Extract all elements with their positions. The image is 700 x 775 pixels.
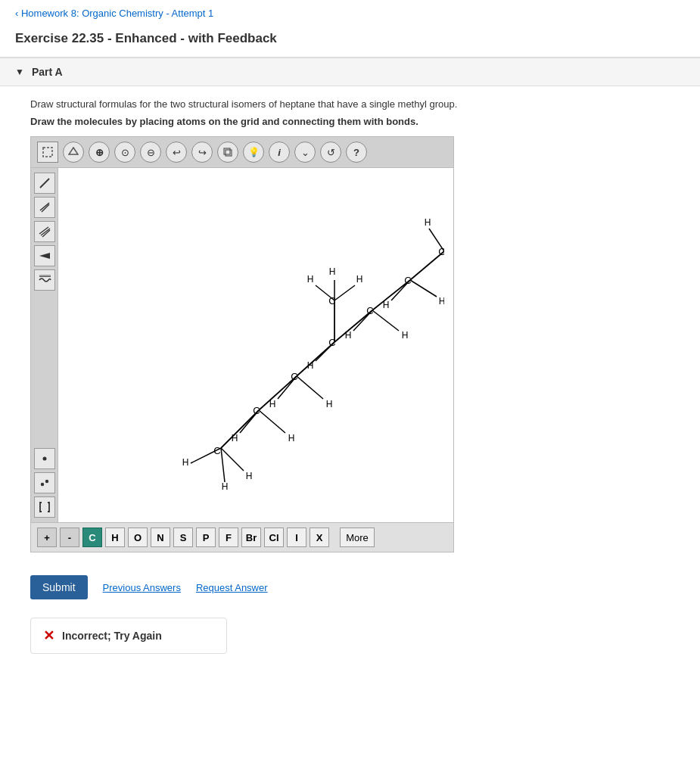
phosphorus-btn[interactable]: P xyxy=(196,528,216,547)
svg-point-14 xyxy=(40,483,43,486)
feedback-text: Incorrect; Try Again xyxy=(62,630,162,642)
part-arrow[interactable]: ▼ xyxy=(15,67,24,77)
carbon-btn[interactable]: C xyxy=(82,528,102,547)
template-btn[interactable]: 💡 xyxy=(243,142,264,163)
feedback-box: ✕ Incorrect; Try Again xyxy=(30,618,227,654)
svg-text:C: C xyxy=(213,445,220,456)
svg-text:H: H xyxy=(425,217,431,228)
copy-btn[interactable] xyxy=(217,142,238,163)
svg-text:H: H xyxy=(326,399,333,409)
content-area: Draw structural formulas for the two str… xyxy=(0,86,700,565)
bottom-toolbar: + - C H O N S P F Br Cl I X More xyxy=(31,522,453,552)
svg-point-13 xyxy=(42,457,46,461)
fluorine-btn[interactable]: F xyxy=(219,528,238,547)
plus-btn[interactable]: + xyxy=(37,528,57,547)
editor-body: C C C C C C C C H H H xyxy=(31,168,453,522)
svg-line-39 xyxy=(334,285,355,300)
exercise-title: Exercise 22.35 - Enhanced - with Feedbac… xyxy=(0,26,700,58)
hydrogen-btn[interactable]: H xyxy=(105,528,125,547)
chlorine-btn[interactable]: Cl xyxy=(264,528,284,547)
expand-btn[interactable]: ⌄ xyxy=(294,142,316,163)
svg-text:H: H xyxy=(383,300,390,310)
action-area: Submit Previous Answers Request Answer xyxy=(0,565,700,610)
svg-text:C: C xyxy=(328,295,335,307)
bromine-btn[interactable]: Br xyxy=(241,528,261,547)
svg-text:C: C xyxy=(328,337,335,348)
svg-text:H: H xyxy=(345,330,352,341)
request-answer-link[interactable]: Request Answer xyxy=(196,582,268,593)
feedback-icon: ✕ xyxy=(43,627,54,644)
svg-text:C: C xyxy=(438,246,444,257)
part-label: Part A xyxy=(32,66,63,78)
svg-text:H: H xyxy=(288,433,295,444)
sulfur-btn[interactable]: S xyxy=(173,528,193,547)
svg-line-25 xyxy=(221,448,244,471)
instruction-line1: Draw structural formulas for the two str… xyxy=(30,98,670,110)
iodine-btn[interactable]: I xyxy=(287,528,306,547)
svg-line-32 xyxy=(372,310,399,331)
svg-text:C: C xyxy=(404,275,411,286)
svg-text:C: C xyxy=(253,405,260,416)
x-btn[interactable]: X xyxy=(310,528,329,547)
triple-bond-tool[interactable] xyxy=(34,221,55,242)
zoom-in-btn[interactable]: ⊕ xyxy=(89,142,110,163)
left-tools-panel xyxy=(31,168,58,522)
svg-text:H: H xyxy=(307,274,314,285)
breadcrumb[interactable]: ‹ Homework 8: Organic Chemistry - Attemp… xyxy=(0,0,700,26)
two-dots-tool[interactable] xyxy=(34,472,55,493)
part-section: ▼ Part A xyxy=(0,58,700,86)
erase-tool-btn[interactable] xyxy=(63,142,84,163)
wedge-bond-tool[interactable] xyxy=(34,245,55,266)
svg-text:H: H xyxy=(246,471,253,481)
svg-line-34 xyxy=(410,280,437,297)
svg-marker-1 xyxy=(69,148,78,154)
svg-text:H: H xyxy=(222,481,229,492)
svg-line-27 xyxy=(259,410,285,433)
svg-point-15 xyxy=(45,480,48,483)
double-bond-tool[interactable] xyxy=(34,197,55,218)
zoom-out-btn[interactable]: ⊖ xyxy=(140,142,161,163)
reset-btn[interactable]: ↺ xyxy=(320,142,341,163)
single-bond-tool[interactable] xyxy=(34,173,55,194)
svg-line-4 xyxy=(40,179,49,188)
svg-text:H: H xyxy=(232,433,238,444)
nitrogen-btn[interactable]: N xyxy=(151,528,170,547)
instruction-line2: Draw the molecules by placing atoms on t… xyxy=(30,116,670,127)
svg-line-24 xyxy=(221,448,225,482)
select-tool-btn[interactable] xyxy=(37,142,58,163)
svg-line-29 xyxy=(297,376,323,399)
svg-text:H: H xyxy=(307,360,314,371)
submit-button[interactable]: Submit xyxy=(30,575,88,599)
help-btn[interactable]: ? xyxy=(346,142,367,163)
minus-btn[interactable]: - xyxy=(60,528,79,547)
more-btn[interactable]: More xyxy=(340,528,375,547)
previous-answers-link[interactable]: Previous Answers xyxy=(103,582,181,593)
svg-text:C: C xyxy=(291,371,297,382)
svg-text:H: H xyxy=(402,330,409,341)
oxygen-btn[interactable]: O xyxy=(128,528,148,547)
svg-text:H: H xyxy=(356,274,363,285)
svg-rect-2 xyxy=(226,150,232,156)
wavy-bond-tool[interactable] xyxy=(34,269,55,291)
zoom-fit-btn[interactable]: ⊙ xyxy=(114,142,135,163)
molecule-canvas[interactable]: C C C C C C C C H H H xyxy=(58,168,453,522)
bracket-tool[interactable] xyxy=(34,496,55,518)
molecule-editor: ⊕ ⊙ ⊖ ↩ ↪ 💡 i ⌄ ↺ ? xyxy=(30,136,454,552)
svg-text:C: C xyxy=(366,305,373,316)
info-btn[interactable]: i xyxy=(269,142,290,163)
svg-text:H: H xyxy=(269,399,276,409)
redo-btn[interactable]: ↪ xyxy=(191,142,213,163)
undo-btn[interactable]: ↩ xyxy=(166,142,187,163)
lone-pair-tool[interactable] xyxy=(34,448,55,469)
svg-marker-10 xyxy=(39,253,50,259)
breadcrumb-link[interactable]: ‹ Homework 8: Organic Chemistry - Attemp… xyxy=(15,8,213,19)
svg-text:H: H xyxy=(329,266,336,277)
svg-text:H: H xyxy=(439,296,444,307)
svg-rect-0 xyxy=(43,148,52,157)
editor-toolbar: ⊕ ⊙ ⊖ ↩ ↪ 💡 i ⌄ ↺ ? xyxy=(31,137,453,168)
svg-text:H: H xyxy=(182,457,189,468)
svg-rect-3 xyxy=(224,148,230,154)
